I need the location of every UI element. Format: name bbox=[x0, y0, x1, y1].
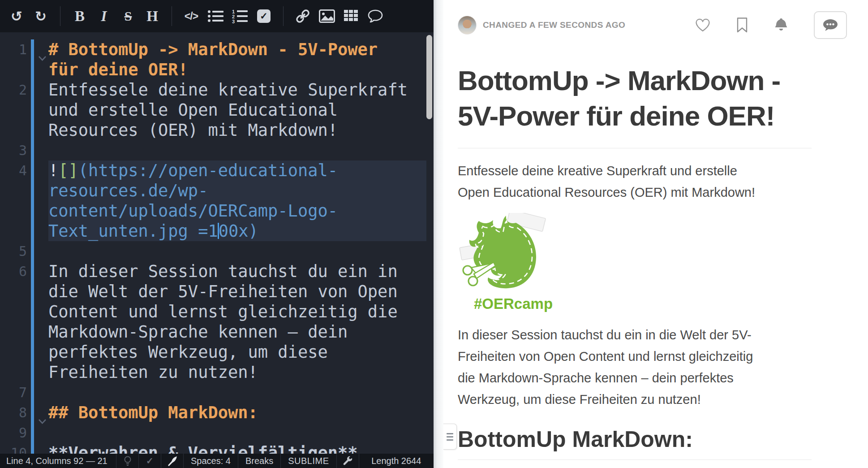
avatar[interactable] bbox=[458, 16, 477, 35]
ordered-list-button[interactable]: 123 bbox=[228, 0, 252, 32]
lightbulb-icon[interactable] bbox=[116, 454, 139, 468]
code-button[interactable]: </> bbox=[179, 0, 203, 32]
preview-header: CHANGED A FEW SECONDS AGO bbox=[443, 0, 868, 50]
brush-glyph bbox=[167, 455, 178, 466]
unordered-list-button[interactable] bbox=[203, 0, 228, 32]
table-button[interactable] bbox=[339, 0, 363, 32]
like-heart-icon[interactable] bbox=[695, 17, 711, 33]
image-icon bbox=[319, 9, 335, 23]
editor-line-3[interactable]: 3 bbox=[0, 140, 434, 160]
editor-line-9[interactable]: 9 bbox=[0, 423, 434, 443]
toc-toggle-handle[interactable] bbox=[443, 424, 457, 450]
code-row: # BottomUp -> MarkDown - 5V-Power bbox=[48, 39, 426, 60]
line-number: 5 bbox=[0, 241, 27, 261]
editor-textarea[interactable]: 1# BottomUp -> MarkDown - 5V-Powerfür de… bbox=[0, 32, 434, 468]
image-button[interactable] bbox=[315, 0, 339, 32]
fold-chevron-icon[interactable] bbox=[38, 56, 47, 61]
section-heading: BottomUp MarkDown: bbox=[458, 426, 812, 460]
preferences-wrench-icon[interactable] bbox=[337, 454, 359, 468]
editor-scrollbar-thumb[interactable] bbox=[426, 35, 432, 119]
wrench-glyph bbox=[342, 455, 353, 466]
hamburger-icon bbox=[447, 436, 453, 438]
change-indicator-bar bbox=[31, 140, 34, 160]
editor-line-5[interactable]: 5 bbox=[0, 241, 434, 261]
code-row: Markdown-Sprache kennen – dein bbox=[48, 322, 426, 342]
linebreak-setting[interactable]: Breaks bbox=[238, 454, 281, 468]
code-row: ![](https://open-educational- bbox=[48, 160, 426, 181]
strikethrough-button[interactable]: S bbox=[116, 0, 140, 32]
editor-line-8[interactable]: 8## BottomUp MarkDown: bbox=[0, 403, 434, 423]
spellcheck-status-icon[interactable]: ✓ bbox=[139, 454, 161, 468]
last-changed-label: CHANGED A FEW SECONDS AGO bbox=[483, 20, 625, 30]
gutter: 7 bbox=[0, 382, 48, 403]
hamburger-icon bbox=[447, 433, 453, 434]
editor-statusbar: Line 4, Columns 92 — 21 ✓ Spaces: 4 Brea… bbox=[0, 454, 434, 468]
oercamp-logo-caption: #OERcamp bbox=[474, 295, 556, 312]
rendered-document: BottomUp -> MarkDown - 5V-Power für dein… bbox=[443, 63, 815, 460]
pane-divider[interactable] bbox=[434, 0, 443, 468]
editor-lines: 1# BottomUp -> MarkDown - 5V-Powerfür de… bbox=[0, 39, 434, 463]
intro-paragraph: Entfessele deine kreative Superkraft und… bbox=[458, 160, 815, 203]
toolbar-divider bbox=[60, 6, 60, 26]
code-row bbox=[48, 382, 426, 403]
line-number: 7 bbox=[0, 382, 27, 403]
bookmark-icon[interactable] bbox=[736, 17, 748, 33]
undo-button[interactable]: ↺ bbox=[4, 0, 29, 32]
doc-length-status: Length 2644 bbox=[359, 454, 434, 468]
editor-line-6[interactable]: 6In dieser Session tauchst du ein indie … bbox=[0, 261, 434, 382]
line-number: 6 bbox=[0, 261, 27, 282]
preview-actions bbox=[695, 11, 847, 39]
hamburger-icon bbox=[447, 439, 453, 441]
session-paragraph: In dieser Session tauchst du ein in die … bbox=[458, 324, 815, 410]
gutter: 1 bbox=[0, 39, 48, 80]
change-indicator-bar bbox=[31, 423, 34, 443]
change-indicator-bar bbox=[31, 241, 34, 261]
comments-panel-button[interactable] bbox=[814, 11, 847, 39]
code-row: content/uploads/OERCamp-Logo- bbox=[48, 201, 426, 221]
link-button[interactable] bbox=[291, 0, 315, 32]
theme-brush-icon[interactable] bbox=[161, 454, 184, 468]
heading-button[interactable]: H bbox=[140, 0, 164, 32]
code-row bbox=[48, 423, 426, 443]
gutter: 8 bbox=[0, 403, 48, 423]
code-row: und erstelle Open Educational bbox=[48, 100, 426, 120]
checklist-button[interactable]: ✓ bbox=[252, 0, 276, 32]
indent-setting[interactable]: Spaces: 4 bbox=[184, 454, 238, 468]
code-row: Resources (OER) mit Markdown! bbox=[48, 120, 426, 140]
change-indicator-bar bbox=[31, 403, 34, 423]
code-row: für deine OER! bbox=[48, 60, 426, 80]
comment-button[interactable] bbox=[363, 0, 387, 32]
bold-button[interactable]: B bbox=[68, 0, 92, 32]
editor-line-1[interactable]: 1# BottomUp -> MarkDown - 5V-Powerfür de… bbox=[0, 39, 434, 80]
code-row: Text_unten.jpg =100x) bbox=[48, 221, 426, 241]
change-indicator-bar bbox=[31, 39, 34, 80]
change-indicator-bar bbox=[31, 160, 34, 241]
code-row bbox=[48, 140, 426, 160]
comment-icon bbox=[367, 9, 383, 23]
toolbar-divider bbox=[172, 6, 172, 26]
checklist-icon: ✓ bbox=[257, 9, 271, 23]
ordered-list-icon: 123 bbox=[232, 9, 248, 23]
code-row: Freiheiten zu nutzen! bbox=[48, 362, 426, 382]
line-number: 9 bbox=[0, 423, 27, 443]
line-number: 8 bbox=[0, 403, 27, 423]
gutter: 2 bbox=[0, 80, 48, 140]
editor-line-2[interactable]: 2Entfessele deine kreative Superkraftund… bbox=[0, 80, 434, 140]
keymap-setting[interactable]: SUBLIME bbox=[281, 454, 336, 468]
editor-pane: ↺ ↻ B I S H </> 123 ✓ bbox=[0, 0, 434, 468]
editor-line-7[interactable]: 7 bbox=[0, 382, 434, 403]
editor-line-4[interactable]: 4![](https://open-educational-resources.… bbox=[0, 160, 434, 241]
toolbar-divider bbox=[283, 6, 284, 26]
italic-button[interactable]: I bbox=[92, 0, 116, 32]
code-row: Entfessele deine kreative Superkraft bbox=[48, 80, 426, 100]
code-row: Content und lernst gleichzeitig die bbox=[48, 302, 426, 322]
comments-bubble-icon bbox=[822, 18, 838, 32]
line-number: 1 bbox=[0, 39, 27, 60]
gutter: 4 bbox=[0, 160, 48, 241]
gutter: 3 bbox=[0, 140, 48, 160]
notification-bell-icon[interactable] bbox=[773, 17, 789, 33]
redo-button[interactable]: ↻ bbox=[29, 0, 53, 32]
code-row: die Welt der 5V-Freiheiten von Open bbox=[48, 282, 426, 302]
lightbulb-glyph bbox=[123, 455, 133, 466]
line-number: 4 bbox=[0, 160, 27, 181]
